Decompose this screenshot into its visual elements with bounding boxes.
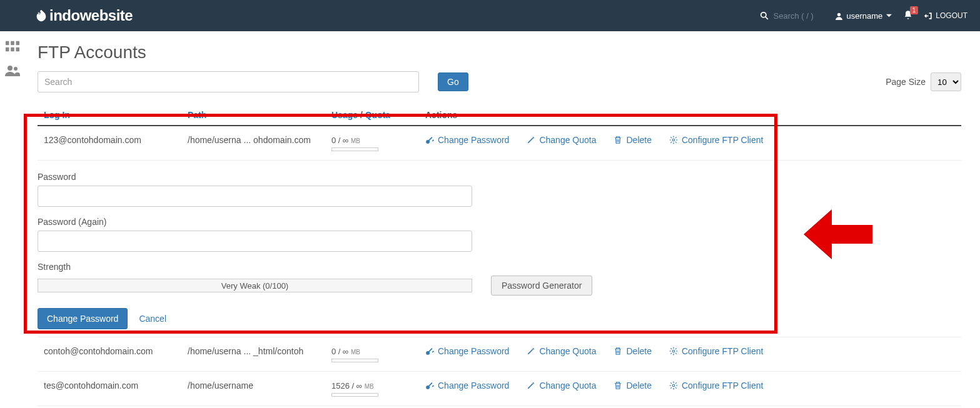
svg-rect-7: [16, 41, 20, 45]
change-password-link[interactable]: Change Password: [425, 381, 509, 391]
strength-meter: Very Weak (0/100): [38, 279, 472, 292]
username-label: username: [847, 11, 883, 21]
col-quota[interactable]: Quota: [365, 110, 390, 120]
key-icon: [425, 347, 434, 356]
svg-point-2: [760, 12, 765, 17]
change-password-link[interactable]: Change Password: [425, 346, 509, 356]
brand-text: indowebsite: [49, 7, 133, 24]
apps-icon[interactable]: [6, 41, 19, 54]
key-icon: [425, 381, 434, 390]
pencil-icon: [527, 381, 535, 390]
svg-rect-15: [432, 139, 434, 141]
svg-rect-19: [432, 351, 434, 352]
page-size-select[interactable]: 10: [931, 72, 961, 91]
pencil-icon: [527, 136, 535, 144]
page-size-label: Page Size: [886, 77, 926, 87]
key-icon: [425, 136, 434, 144]
svg-rect-10: [16, 47, 20, 51]
cell-path: /home/username: [188, 381, 331, 391]
page-size: Page Size 10: [886, 72, 961, 91]
svg-point-16: [672, 139, 675, 141]
col-usage[interactable]: Usage: [331, 110, 358, 120]
page-title: FTP Accounts: [38, 42, 961, 62]
logout-icon: [924, 12, 932, 20]
password-generator-button[interactable]: Password Generator: [491, 276, 592, 296]
cell-path: /home/userna ... _html/contoh: [188, 346, 331, 356]
usage-bar: [331, 393, 378, 397]
toolbar: Go Page Size 10: [38, 71, 961, 92]
table-row: tes@contohdomain.com /home/username 1526…: [38, 372, 961, 406]
password-again-input[interactable]: [38, 231, 472, 252]
svg-rect-6: [11, 41, 14, 45]
logout-button[interactable]: LOGOUT: [924, 11, 967, 20]
user-icon: [835, 12, 843, 20]
caret-down-icon: [886, 13, 892, 19]
password-label: Password: [38, 172, 961, 182]
svg-rect-14: [428, 137, 433, 141]
cell-usage: 1526 / ∞ MB: [331, 381, 425, 397]
svg-rect-18: [428, 348, 433, 352]
svg-rect-8: [6, 47, 9, 51]
logout-label: LOGOUT: [936, 11, 967, 20]
svg-point-11: [8, 66, 13, 71]
users-icon[interactable]: [5, 65, 20, 78]
cell-login: contoh@contohdomain.com: [44, 346, 188, 356]
cell-login: tes@contohdomain.com: [44, 381, 188, 391]
trash-icon: [614, 136, 622, 144]
svg-rect-22: [428, 382, 433, 387]
top-bar: iw indowebsite username 1 LOGOUT: [0, 0, 980, 31]
submit-change-password-button[interactable]: Change Password: [38, 308, 128, 329]
gear-icon: [669, 347, 678, 356]
cancel-link[interactable]: Cancel: [139, 314, 166, 324]
gear-icon: [669, 381, 678, 390]
svg-point-4: [837, 12, 840, 16]
configure-link[interactable]: Configure FTP Client: [669, 135, 763, 145]
delete-link[interactable]: Delete: [614, 381, 651, 391]
notifications-button[interactable]: 1: [903, 10, 913, 22]
password-again-label: Password (Again): [38, 217, 961, 227]
trash-icon: [614, 347, 622, 356]
leaf-icon: iw: [34, 9, 48, 22]
configure-link[interactable]: Configure FTP Client: [669, 381, 763, 391]
strength-label: Strength: [38, 262, 961, 272]
change-quota-link[interactable]: Change Quota: [527, 381, 596, 391]
usage-bar: [331, 359, 378, 362]
password-input[interactable]: [38, 186, 472, 207]
search-icon: [760, 11, 769, 20]
cell-login: 123@contohdomain.com: [44, 135, 188, 145]
accounts-table: Log In Path Usage / Quota Actions 123@co…: [38, 105, 961, 406]
cell-path: /home/userna ... ohdomain.com: [188, 135, 331, 145]
col-path[interactable]: Path: [188, 110, 206, 120]
top-search-input[interactable]: [774, 11, 824, 21]
pencil-icon: [527, 347, 535, 356]
brand-logo[interactable]: iw indowebsite: [34, 7, 133, 24]
go-button[interactable]: Go: [438, 72, 468, 91]
svg-point-24: [672, 384, 675, 387]
col-actions: Actions: [425, 110, 955, 120]
cell-usage: 0 / ∞ MB: [331, 135, 425, 151]
svg-point-12: [14, 67, 18, 71]
table-row: 123@contohdomain.com /home/userna ... oh…: [38, 126, 961, 161]
svg-line-3: [765, 17, 767, 19]
change-password-panel: Password Password (Again) Strength Very …: [38, 161, 961, 337]
search-input[interactable]: [38, 71, 419, 92]
col-login[interactable]: Log In: [44, 110, 70, 120]
top-search[interactable]: [760, 11, 824, 21]
user-menu[interactable]: username: [835, 11, 892, 21]
delete-link[interactable]: Delete: [614, 346, 651, 356]
change-quota-link[interactable]: Change Quota: [527, 135, 596, 145]
change-quota-link[interactable]: Change Quota: [527, 346, 596, 356]
trash-icon: [614, 381, 622, 390]
configure-link[interactable]: Configure FTP Client: [669, 346, 763, 356]
table-header: Log In Path Usage / Quota Actions: [38, 105, 961, 126]
main-content: FTP Accounts Go Page Size 10 Log In Path…: [31, 31, 980, 408]
cell-usage: 0 / ∞ MB: [331, 346, 425, 362]
delete-link[interactable]: Delete: [614, 135, 651, 145]
usage-bar: [331, 147, 378, 151]
svg-rect-5: [6, 41, 9, 45]
notification-badge: 1: [910, 6, 919, 14]
table-row: contoh@contohdomain.com /home/userna ...…: [38, 337, 961, 372]
svg-point-20: [672, 350, 675, 352]
svg-rect-9: [11, 47, 14, 51]
change-password-link[interactable]: Change Password: [425, 135, 509, 145]
